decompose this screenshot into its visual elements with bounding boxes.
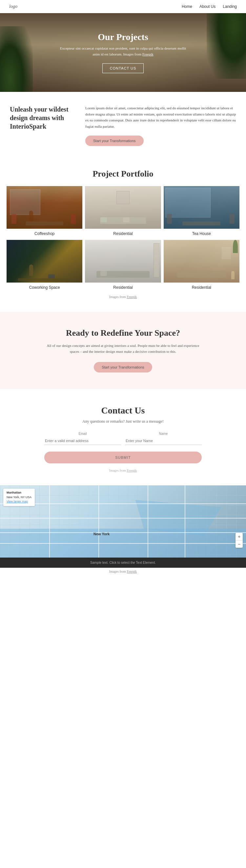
portfolio-item-coworking[interactable]: Coworking Space xyxy=(6,240,82,291)
about-section: Unleash your wildest design dreams with … xyxy=(0,92,246,159)
portfolio-section: Project Portfolio Coffeeshop xyxy=(0,159,246,308)
contact-subtitle: Any questions or remarks? Just write us … xyxy=(26,419,220,424)
about-body: Lorem ipsum dolor sit amet, consectetur … xyxy=(85,105,236,130)
redefine-section: Ready to Redefine Your Space? All of our… xyxy=(0,312,246,389)
portfolio-note: Images from Freepik xyxy=(6,295,240,302)
map-view-larger[interactable]: View larger map xyxy=(6,500,28,503)
map-zoom-in[interactable]: + xyxy=(236,533,243,540)
contact-form: Email Name SUBMIT xyxy=(44,432,202,463)
name-input[interactable] xyxy=(125,437,202,445)
portfolio-label-coworking: Coworking Space xyxy=(6,283,82,291)
contact-title: Contact Us xyxy=(26,405,220,416)
contact-us-button[interactable]: CONTACT US xyxy=(102,63,144,73)
nav-links: Home About Us Landing xyxy=(182,4,237,9)
map-zoom-controls: + − xyxy=(236,533,243,548)
map-location-address: New York, NY USA xyxy=(6,496,31,499)
logo: logo xyxy=(9,4,18,9)
name-field-wrapper: Name xyxy=(125,432,202,445)
about-cta-button[interactable]: Start your Transformations xyxy=(85,135,144,146)
about-left: Unleash your wildest design dreams with … xyxy=(10,105,75,131)
portfolio-item-residential3[interactable]: Residential xyxy=(164,240,240,291)
portfolio-label-teahouse: Tea House xyxy=(164,229,240,237)
freepik-link-footer[interactable]: Freepik xyxy=(127,570,137,573)
name-label: Name xyxy=(125,432,202,435)
email-field-wrapper: Email xyxy=(44,432,121,445)
freepik-link-hero[interactable]: Freepik xyxy=(142,52,154,56)
redefine-description: All of our design concepts are aimed at … xyxy=(44,343,202,355)
footer: Sample text. Click to select the Text El… xyxy=(0,558,246,568)
submit-button[interactable]: SUBMIT xyxy=(44,452,202,463)
hero-content: Our Projects Excepteur sint occaecat cup… xyxy=(51,25,195,80)
portfolio-grid: Coffeeshop Residential xyxy=(6,186,240,291)
email-input[interactable] xyxy=(44,437,121,445)
hero-title: Our Projects xyxy=(57,32,189,42)
email-label: Email xyxy=(44,432,121,435)
map-info-box: Manhattan New York, NY USA View larger m… xyxy=(3,489,35,506)
map-city-label: New York xyxy=(93,532,110,536)
map-zoom-out[interactable]: − xyxy=(236,540,243,548)
redefine-title: Ready to Redefine Your Space? xyxy=(20,328,226,338)
portfolio-label-residential1: Residential xyxy=(85,229,161,237)
portfolio-label-coffeeshop: Coffeeshop xyxy=(6,229,82,237)
portfolio-title: Project Portfolio xyxy=(6,169,240,179)
footer-text: Sample text. Click to select the Text El… xyxy=(90,561,156,564)
portfolio-label-residential2: Residential xyxy=(85,283,161,291)
hero-section: Our Projects Excepteur sint occaecat cup… xyxy=(0,13,246,92)
portfolio-label-residential3: Residential xyxy=(164,283,240,291)
portfolio-item-teahouse[interactable]: Tea House xyxy=(164,186,240,237)
nav-landing[interactable]: Landing xyxy=(223,4,237,9)
hero-description: Excepteur sint occaecat cupidatat non pr… xyxy=(57,45,189,57)
map-location-title: Manhattan xyxy=(6,491,21,494)
portfolio-item-residential1[interactable]: Residential xyxy=(85,186,161,237)
about-heading: Unleash your wildest design dreams with … xyxy=(10,105,75,131)
portfolio-item-coffeeshop[interactable]: Coffeeshop xyxy=(6,186,82,237)
map-section: New York Manhattan New York, NY USA View… xyxy=(0,485,246,558)
portfolio-item-residential2[interactable]: Residential xyxy=(85,240,161,291)
freepik-link-portfolio[interactable]: Freepik xyxy=(127,295,137,299)
navigation: logo Home About Us Landing xyxy=(0,0,246,13)
redefine-cta-button[interactable]: Start your Transformations xyxy=(94,362,152,372)
footer-note: Images from Freepik xyxy=(0,568,246,575)
nav-about[interactable]: About Us xyxy=(199,4,215,9)
contact-note: Images from Freepik xyxy=(26,469,220,472)
freepik-link-contact[interactable]: Freepik xyxy=(127,469,137,472)
nav-home[interactable]: Home xyxy=(182,4,192,9)
about-right: Lorem ipsum dolor sit amet, consectetur … xyxy=(85,105,236,146)
contact-section: Contact Us Any questions or remarks? Jus… xyxy=(0,392,246,485)
form-row: Email Name xyxy=(44,432,202,445)
